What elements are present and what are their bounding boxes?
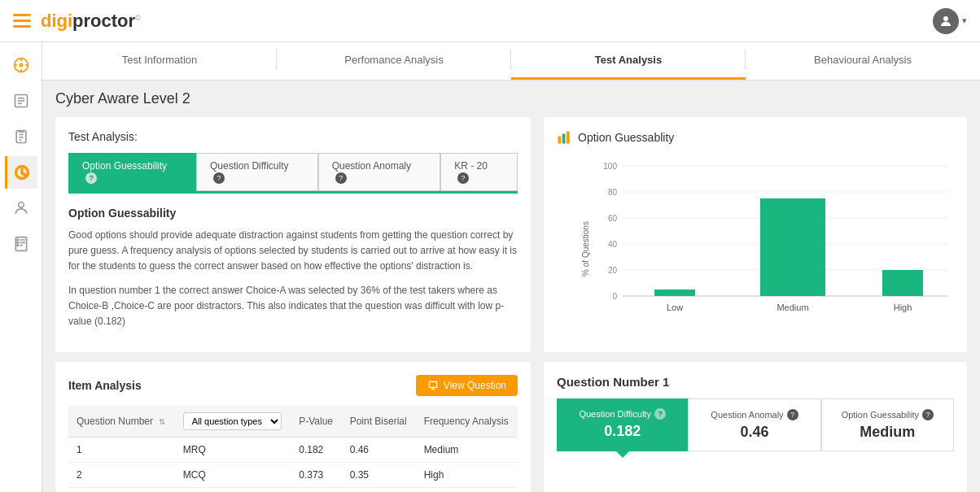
col-pvalue: P-Value [291,406,341,438]
sidebar-item-clipboard[interactable] [5,120,37,153]
cell-freq-analysis: Medium [416,438,518,463]
help-icon-difficulty[interactable]: ? [213,172,225,184]
pill-tabs: Option Guessability ? Question Difficult… [68,153,518,194]
y-axis-label: % of Questions [581,221,590,276]
analysis-right-panel: Option Guessablity % of Questions [544,117,967,352]
col-question-number: Question Number ⇅ [68,406,175,438]
chart-title: Option Guessablity [557,130,954,145]
svg-rect-36 [654,290,695,296]
tab-test-information[interactable]: Test Information [42,42,277,80]
desc-title: Option Guessability [68,207,518,220]
svg-text:40: 40 [608,240,618,249]
cell-point-biserial: 0.46 [342,438,416,463]
tab-test-analysis[interactable]: Test Analysis [511,42,746,80]
svg-rect-20 [558,137,562,144]
col-question-type: All question types MCQ MRQ [175,406,291,438]
bar-chart-svg: 100 80 60 40 20 0 [589,158,947,337]
user-avatar-button[interactable]: ▾ [933,8,967,34]
cell-q-type: MRQ [175,438,291,463]
cell-q-num: 1 [68,438,175,463]
metric-card-anomaly: Question Anomaly ? 0.46 [688,398,820,451]
metric-label-guessability: Option Guessability ? [830,409,945,420]
pill-tab-option-guessability[interactable]: Option Guessability ? [68,153,196,191]
desc-text-2: In question number 1 the correct answer … [68,283,518,330]
table-row[interactable]: 2 MCQ 0.373 0.35 High [68,463,518,488]
ia-header: Item Analysis View Question [68,375,518,396]
svg-text:80: 80 [608,188,618,197]
svg-rect-37 [760,198,825,296]
avatar [933,8,959,34]
svg-rect-21 [562,134,566,144]
item-analysis-wrapper: Item Analysis View Question Question Num… [55,362,967,492]
help-icon-metric-anomaly[interactable]: ? [787,409,798,420]
svg-rect-38 [882,270,923,296]
metric-value-anomaly: 0.46 [697,424,812,441]
question-detail-title: Question Number 1 [557,375,954,389]
chart-icon [557,130,571,145]
sidebar-item-person[interactable] [5,192,37,224]
svg-point-18 [17,242,19,244]
logo: digiproctor© [41,11,141,32]
main-layout: Test Information Perfomance Analysis Tes… [0,42,980,492]
help-icon-kr20[interactable]: ? [457,172,469,184]
item-analysis-left: Item Analysis View Question Question Num… [55,362,531,492]
svg-text:Low: Low [667,303,683,312]
metric-label-anomaly: Question Anomaly ? [697,409,812,420]
section-label: Test Analysis: [68,130,518,143]
svg-text:0: 0 [612,292,617,301]
tab-behavioural-analysis[interactable]: Behavioural Analysis [746,42,980,80]
topbar-left: digiproctor© [13,11,141,32]
svg-text:Medium: Medium [777,303,808,312]
page-title: Cyber Aware Level 2 [55,90,967,107]
view-question-icon [427,380,439,391]
question-detail-panel: Question Number 1 Question Difficulty ? … [544,362,967,492]
svg-point-19 [17,245,19,246]
help-icon-metric-guessability[interactable]: ? [922,409,934,420]
col-freq-analysis: Frequency Analysis [416,406,518,438]
help-icon-metric-difficulty[interactable]: ? [654,408,666,420]
pill-tab-kr20[interactable]: KR - 20 ? [440,153,518,191]
metric-cards: Question Difficulty ? 0.182 Question Ano… [557,398,954,451]
tab-performance-analysis[interactable]: Perfomance Analysis [277,42,511,80]
svg-text:20: 20 [608,266,618,275]
page-content: Cyber Aware Level 2 Test Analysis: Optio… [42,81,980,492]
table-row[interactable]: 1 MRQ 0.182 0.46 Medium [68,438,518,463]
analysis-wrapper: Test Analysis: Option Guessability ? Que… [55,117,967,352]
hamburger-menu[interactable] [13,14,31,28]
main-content: Test Information Perfomance Analysis Tes… [42,42,980,492]
svg-text:High: High [894,303,912,312]
metric-arrow [616,451,629,458]
svg-point-0 [943,16,948,21]
ia-title: Item Analysis [68,379,142,392]
view-question-button[interactable]: View Question [416,375,518,396]
pill-tab-question-anomaly[interactable]: Question Anomaly ? [318,153,440,191]
main-tabs: Test Information Perfomance Analysis Tes… [42,42,980,81]
sidebar-item-compass[interactable] [5,49,37,81]
cell-p-value-2: 0.373 [291,463,341,488]
metric-card-guessability: Option Guessability ? Medium [821,398,954,451]
svg-point-17 [17,239,19,241]
col-point-biserial: Point Biserial [342,406,416,438]
svg-text:100: 100 [603,162,617,171]
svg-point-15 [18,202,24,208]
analysis-left-panel: Test Analysis: Option Guessability ? Que… [55,117,531,352]
cell-p-value: 0.182 [291,438,341,463]
metric-card-difficulty: Question Difficulty ? 0.182 [557,398,688,451]
cell-freq-analysis-2: High [416,463,518,488]
question-type-filter[interactable]: All question types MCQ MRQ [183,412,282,430]
sidebar-item-quiz[interactable] [5,228,37,260]
cell-point-biserial-2: 0.35 [342,463,416,488]
sidebar-item-chart[interactable] [5,156,37,189]
svg-point-2 [20,63,22,66]
help-icon-guessability[interactable]: ? [85,172,97,184]
cell-q-num-2: 2 [68,463,175,488]
cell-q-type-2: MCQ [175,463,291,488]
pill-tab-question-difficulty[interactable]: Question Difficulty ? [196,153,318,191]
sidebar-item-search[interactable] [5,85,37,117]
svg-text:60: 60 [608,214,618,223]
help-icon-anomaly[interactable]: ? [335,172,347,184]
metric-label-difficulty: Question Difficulty ? [565,408,680,420]
sidebar [0,42,42,492]
sort-icon-question[interactable]: ⇅ [159,417,165,426]
metric-value-difficulty: 0.182 [565,423,680,440]
